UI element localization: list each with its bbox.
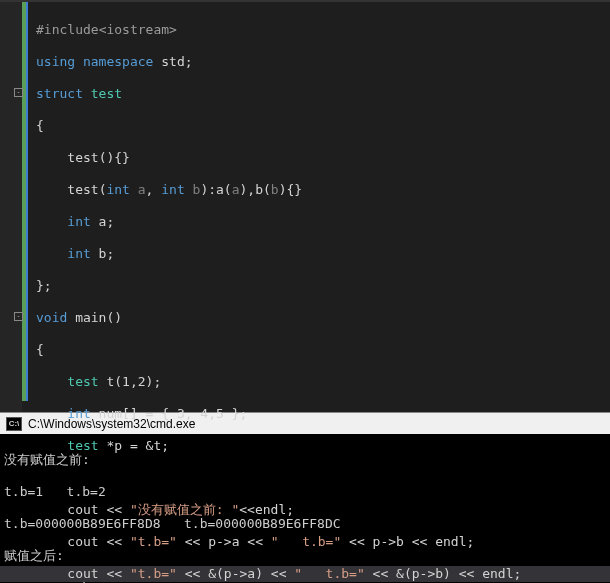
header: <iostream>: [99, 22, 177, 37]
outline-bar: [26, 2, 28, 401]
text: *p = &t;: [99, 438, 169, 453]
text: cout <<: [67, 566, 130, 581]
string: " t.b=": [271, 534, 341, 549]
kw-int: int: [67, 214, 90, 229]
kw-int: int: [161, 182, 184, 197]
brace: {: [36, 118, 610, 134]
kw-void: void: [36, 310, 67, 325]
text: cout <<: [67, 502, 130, 517]
class-name: test: [67, 374, 98, 389]
class-name: test: [67, 438, 98, 453]
text: << p->a <<: [177, 534, 271, 549]
kw-namespace: namespace: [83, 54, 153, 69]
class-name: test: [91, 86, 122, 101]
ctor: test: [67, 150, 98, 165]
func: main(): [67, 310, 122, 325]
text: cout <<: [67, 534, 130, 549]
text: ,: [146, 182, 162, 197]
param: a: [130, 182, 146, 197]
kw-int: int: [106, 182, 129, 197]
blank: [36, 470, 610, 486]
text: ){}: [279, 182, 302, 197]
text: (){}: [99, 150, 130, 165]
kw-using: using: [36, 54, 75, 69]
string: "t.b=": [130, 534, 177, 549]
text: << p->b << endl;: [341, 534, 474, 549]
ctor: test: [67, 182, 98, 197]
text: b;: [91, 246, 114, 261]
fold-icon[interactable]: -: [14, 312, 23, 321]
preproc: #include: [36, 22, 99, 37]
kw-int: int: [67, 406, 90, 421]
text: a;: [91, 214, 114, 229]
fold-icon[interactable]: -: [14, 88, 23, 97]
text: t(1,2);: [99, 374, 162, 389]
text: << &(p->a) <<: [177, 566, 294, 581]
text: num[] = { 3, 4,5 };: [91, 406, 248, 421]
current-line: cout << "t.b=" << &(p->a) << " t.b=" << …: [0, 566, 610, 582]
param: b: [185, 182, 201, 197]
text: std;: [153, 54, 192, 69]
string: "没有赋值之前: ": [130, 502, 239, 517]
param: b: [271, 182, 279, 197]
string: " t.b=": [294, 566, 364, 581]
brace: };: [36, 278, 610, 294]
text: <<endl;: [239, 502, 294, 517]
kw-int: int: [67, 246, 90, 261]
code-editor[interactable]: #include<iostream> using namespace std; …: [0, 0, 610, 412]
param: a: [232, 182, 240, 197]
kw-struct: struct: [36, 86, 83, 101]
gutter: [0, 2, 22, 412]
code-content[interactable]: #include<iostream> using namespace std; …: [0, 2, 610, 583]
string: "t.b=": [130, 566, 177, 581]
brace: {: [36, 342, 610, 358]
text: ):a(: [200, 182, 231, 197]
text: << &(p->b) << endl;: [365, 566, 522, 581]
text: ),b(: [240, 182, 271, 197]
